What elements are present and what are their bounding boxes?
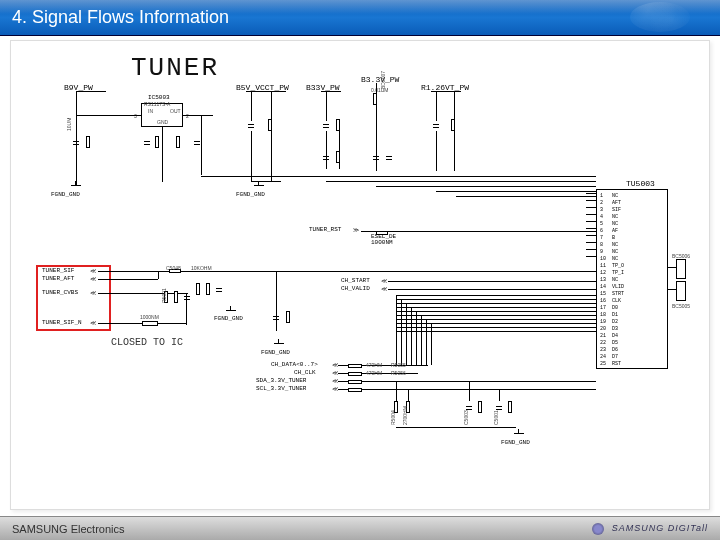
ic-in: IN [148, 108, 153, 114]
footer-right: SAMSUNG DIGITall [592, 523, 708, 535]
res-i2c1 [478, 401, 482, 413]
cap-c1-val: 10UM [66, 118, 72, 131]
r270-lbl: 2700HM [402, 406, 408, 425]
res-b33v [336, 119, 340, 131]
gnd-5 [514, 429, 524, 437]
r5001-lbl: R5001 [161, 288, 167, 303]
cap-c2 [144, 136, 150, 150]
gnd-3 [226, 306, 236, 314]
schematic-title: TUNER [131, 53, 219, 83]
ic5003-ref: IC5003 [148, 94, 170, 101]
ic-pin2: 2 [186, 113, 189, 119]
c5001-lbl: C5001 [493, 410, 499, 425]
res-sifn-val: 1000NM [140, 314, 159, 320]
res-bd5007 [373, 93, 377, 105]
cap-b33v-b [323, 151, 329, 165]
res-f3 [196, 283, 200, 295]
ic5003-part: RS1117S-A [144, 101, 170, 107]
res-f2 [174, 291, 178, 303]
globe-icon [592, 523, 604, 535]
res-f4 [206, 283, 210, 295]
gnd-3-label: FGND_GND [214, 315, 243, 322]
header-title: 4. Signal Flows Information [12, 7, 229, 28]
slide-header: 4. Signal Flows Information [0, 0, 720, 36]
arrow-sifn: ≪ [90, 319, 96, 326]
gnd-4 [274, 339, 284, 347]
bc5006 [676, 259, 686, 279]
cap-c3 [194, 136, 200, 150]
sig-sda: SDA_3.3V_TUNER [256, 377, 306, 384]
res-bus3 [348, 380, 362, 384]
cap-c1 [73, 136, 79, 150]
res-bus1 [348, 364, 362, 368]
res-r5001 [86, 136, 90, 148]
tuner-ref: TU5003 [626, 179, 655, 188]
cap-f1 [184, 291, 190, 305]
res-r5002 [155, 136, 159, 148]
ic-gnd: GND [157, 119, 168, 125]
arrow-chvalid: ≪ [381, 285, 387, 292]
r5004-lbl: R5004 [390, 410, 396, 425]
sig-tuner-rst: TUNER_RST [309, 226, 341, 233]
footer-brand: SAMSUNG Electronics [12, 523, 124, 535]
sig-scl: SCL_3.3V_TUNER [256, 385, 306, 392]
sig-ch-clk: CH_CLK [294, 369, 316, 376]
bd5007-label: BD5007 [380, 71, 386, 89]
res-r126-1 [451, 119, 455, 131]
gnd-2 [254, 181, 264, 189]
res-g1 [286, 311, 290, 323]
bc5048-ref: C5048 [166, 265, 181, 271]
cap-bd-b [373, 151, 379, 165]
res-b33v-b [336, 151, 340, 163]
gnd-1-label: FGND_GND [51, 191, 80, 198]
sig-ch-valid: CH_VALID [341, 285, 370, 292]
sig-ch-start: CH_START [341, 277, 370, 284]
gnd-1 [71, 181, 81, 189]
gnd-2-label: FGND_GND [236, 191, 265, 198]
arrow-rst: ≫ [353, 226, 359, 233]
sig-tuner-aft: TUNER_AFT [42, 275, 74, 282]
res-r3 [176, 136, 180, 148]
cap-f2 [216, 283, 222, 297]
r5055-lbl: R5055 [391, 362, 406, 368]
res-sifn [142, 321, 158, 326]
arrow-sif: ≪ [90, 267, 96, 274]
c5003-lbl: C5003 [463, 410, 469, 425]
closed-to-ic-label: CLOSED TO IC [111, 337, 183, 348]
bc5005 [676, 281, 686, 301]
res-bus4 [348, 388, 362, 392]
tuner-ic [596, 189, 668, 369]
bus-r47-1: 470HM [366, 362, 382, 368]
r5056-lbl: R5056 [391, 370, 406, 376]
bc5005-lbl: BC5005 [672, 303, 690, 309]
res-bus2 [348, 372, 362, 376]
tuner-pin-nums: 1234567891011121314151617181920212223242… [600, 193, 606, 368]
bc5048-val: 10KOHM [191, 265, 212, 271]
arrow-cvbs: ≪ [90, 289, 96, 296]
sig-tuner-sif: TUNER_SIF [42, 267, 74, 274]
cap-g1 [273, 311, 279, 325]
slide-footer: SAMSUNG Electronics SAMSUNG DIGITall [0, 516, 720, 540]
cap-bd-c [386, 151, 392, 165]
gnd-4-label: FGND_GND [261, 349, 290, 356]
sig-tuner-sif-n: TUNER_SIF_N [42, 319, 82, 326]
res-i2c2 [508, 401, 512, 413]
res-b5v-1 [268, 119, 272, 131]
ic-out: OUT [170, 108, 181, 114]
sig-ch-data: CH_DATA<0..7> [271, 361, 318, 368]
res-esel-val: 1000NM [371, 239, 393, 246]
slide-body: TUNER B9V_PW B5V_VCCT_PW B33V_PW B3.3V_P… [10, 40, 710, 510]
footer-right-text: SAMSUNG DIGITall [612, 523, 708, 533]
sig-tuner-cvbs: TUNER_CVBS [42, 289, 78, 296]
arrow-aft: ≪ [90, 275, 96, 282]
ic-pin3: 3 [134, 113, 137, 119]
bus-r47-2: 470HM [366, 370, 382, 376]
schematic-area: B9V_PW B5V_VCCT_PW B33V_PW B3.3V_PW R1.2… [36, 81, 689, 499]
tuner-pin-names: NCAFTSIFNCNCAFBNCNCNCTP_OTP_INCVLIDSTRTC… [612, 193, 624, 368]
arrow-chstart: ≪ [381, 277, 387, 284]
bc5006-lbl: BC5006 [672, 253, 690, 259]
gnd-5-label: FGND_GND [501, 439, 530, 446]
